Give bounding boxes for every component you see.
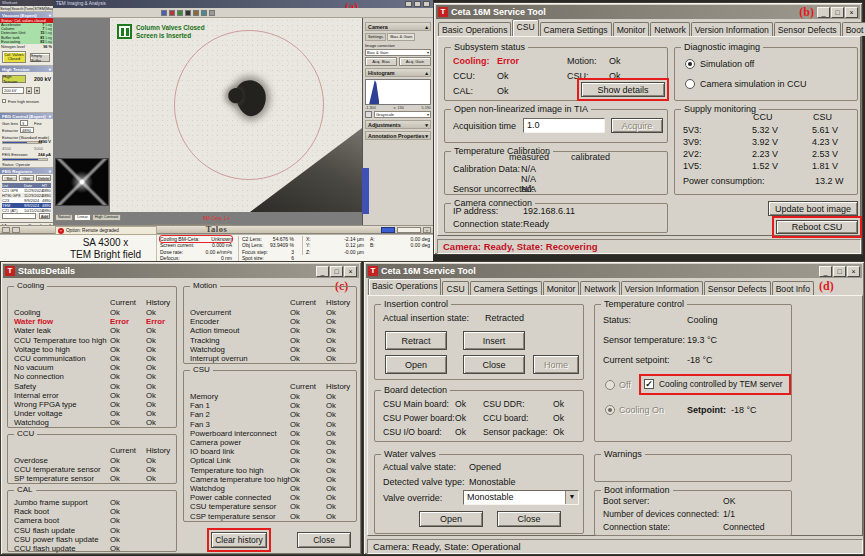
- tab[interactable]: Version Information: [691, 22, 773, 36]
- panel-scrollbar[interactable]: [362, 168, 369, 214]
- acquire-button[interactable]: Acquire: [611, 118, 663, 133]
- tab[interactable]: CSU: [512, 19, 538, 36]
- camera-tab[interactable]: Bias & Gain: [387, 33, 415, 41]
- fft-display-tab[interactable]: Linear: [74, 214, 91, 221]
- extractor-slider[interactable]: [2, 141, 42, 144]
- col-valves-closed-button[interactable]: Col. Valves Closed: [2, 51, 26, 63]
- close-icon[interactable]: ×: [344, 266, 357, 277]
- spinner-down-icon[interactable]: ▾: [34, 87, 40, 94]
- insert-button[interactable]: Insert: [463, 331, 525, 350]
- histogram-section-header[interactable]: Histogram▴: [365, 68, 431, 77]
- high-tension-dropdown[interactable]: 200 kV: [2, 87, 24, 94]
- open-button[interactable]: Open: [385, 355, 447, 374]
- show-details-button[interactable]: Show details: [581, 82, 665, 97]
- register-name-input[interactable]: [2, 213, 36, 219]
- valve-open-button[interactable]: Open: [419, 511, 483, 527]
- collapse-icon[interactable]: ▾: [49, 13, 51, 18]
- maximize-icon[interactable]: □: [831, 7, 844, 18]
- high-tension-button[interactable]: High Tension: [2, 75, 26, 83]
- titlebar[interactable]: T Ceta 16M Service Tool (b) _ □ ×: [436, 5, 860, 19]
- measure-tool-icon[interactable]: [177, 10, 183, 16]
- tab[interactable]: Sensor Defects: [704, 281, 771, 295]
- tab[interactable]: Boot Info: [842, 22, 865, 36]
- tab[interactable]: Camera Settings: [470, 281, 542, 295]
- camera-tab[interactable]: Settings: [365, 33, 386, 41]
- retract-button[interactable]: Retract: [385, 331, 447, 350]
- adjustments-section-header[interactable]: Adjustments▾: [365, 120, 431, 129]
- register-button[interactable]: Delete: [36, 175, 51, 181]
- empty-buffer-button[interactable]: Empty Buffer: [30, 53, 50, 62]
- annotate-tool-icon[interactable]: [193, 10, 199, 16]
- minimize-icon[interactable]: _: [405, 1, 412, 7]
- simulation-off-radio[interactable]: [685, 59, 695, 69]
- workset-tab[interactable]: STEM: [34, 6, 46, 11]
- gun-lens-value[interactable]: 3: [20, 120, 28, 126]
- acquisition-time-input[interactable]: 1.0: [523, 118, 605, 133]
- valve-close-button[interactable]: Close: [497, 511, 561, 527]
- palette-dropdown[interactable]: Grayscale▾: [374, 111, 431, 118]
- off-radio[interactable]: [605, 380, 615, 390]
- tab[interactable]: Camera Settings: [540, 22, 612, 36]
- free-ht-checkbox[interactable]: [2, 99, 6, 103]
- fft-display[interactable]: [55, 158, 109, 206]
- add-register-button[interactable]: Add: [39, 213, 50, 219]
- roi-tool-icon[interactable]: [169, 10, 175, 16]
- collapse-icon[interactable]: ▾: [49, 169, 51, 174]
- maximize-icon[interactable]: □: [414, 1, 421, 7]
- tab[interactable]: Monitor: [613, 22, 650, 36]
- tab[interactable]: Network: [650, 22, 690, 36]
- fft-display-tab[interactable]: Natural: [55, 214, 73, 221]
- collapse-icon[interactable]: ▾: [49, 114, 51, 119]
- cooling-controlled-checkbox[interactable]: ✓: [644, 379, 654, 389]
- tab[interactable]: Sensor Defects: [774, 22, 841, 36]
- tab[interactable]: Basic Operations: [438, 22, 511, 36]
- close-icon[interactable]: ×: [423, 1, 430, 7]
- workset-tab[interactable]: Setup: [0, 6, 11, 11]
- pointer-tool-icon[interactable]: [161, 10, 167, 16]
- zoom-tool-icon[interactable]: [201, 10, 207, 16]
- workset-tab[interactable]: Search: [11, 6, 24, 11]
- flap-close-icon[interactable]: ×: [423, 227, 431, 233]
- titlebar[interactable]: T StatusDetails _ □ ×: [3, 264, 359, 278]
- close-button[interactable]: Close: [297, 532, 351, 548]
- tab[interactable]: Boot Info: [772, 281, 814, 295]
- collapse-icon[interactable]: ▾: [49, 67, 51, 72]
- minimize-icon[interactable]: _: [316, 266, 329, 277]
- camera-section-header[interactable]: Camera▴: [365, 22, 431, 31]
- annotation-section-header[interactable]: Annotation Properties▾: [365, 131, 431, 140]
- valve-override-dropdown[interactable]: Monostable▼: [463, 490, 579, 505]
- close-icon[interactable]: ×: [847, 266, 860, 277]
- acq-bias-button[interactable]: Acq. Bias: [365, 57, 397, 66]
- image-correction-dropdown[interactable]: Bias & Gain▾: [365, 49, 431, 56]
- settings-tool-icon[interactable]: [209, 10, 215, 16]
- home-button[interactable]: Home: [533, 355, 579, 374]
- flap-dropdown[interactable]: [397, 227, 421, 233]
- workset-tab[interactable]: Tune: [25, 6, 35, 11]
- extractor-value[interactable]: 4890: [20, 127, 34, 133]
- close-button[interactable]: Close: [463, 355, 525, 374]
- clear-history-button[interactable]: Clear history: [211, 532, 267, 548]
- tab[interactable]: Version Information: [621, 281, 703, 295]
- acq-gain-button[interactable]: Acq. Gain: [399, 57, 431, 66]
- fft-display-tab[interactable]: High Contrast: [92, 214, 121, 221]
- minimize-icon[interactable]: _: [819, 266, 832, 277]
- maximize-icon[interactable]: □: [330, 266, 343, 277]
- cooling-on-radio[interactable]: [605, 405, 615, 415]
- camera-simulation-radio[interactable]: [685, 79, 695, 89]
- tab[interactable]: Monitor: [543, 281, 580, 295]
- titlebar[interactable]: T Ceta 16M Service Tool _ □ ×: [366, 264, 862, 278]
- fft-tool-icon[interactable]: [185, 10, 191, 16]
- spinner-up-icon[interactable]: ▴: [26, 87, 32, 94]
- tab[interactable]: CSU: [442, 281, 468, 295]
- minimize-icon[interactable]: _: [817, 7, 830, 18]
- reboot-csu-button[interactable]: Reboot CSU: [776, 220, 858, 234]
- tab[interactable]: Network: [580, 281, 620, 295]
- register-button[interactable]: Set: [2, 175, 17, 181]
- update-boot-image-button[interactable]: Update boot image: [768, 201, 858, 216]
- close-icon[interactable]: ×: [845, 7, 858, 18]
- fine-option[interactable]: Fine: [34, 121, 42, 126]
- chevron-down-icon[interactable]: ▼: [565, 491, 578, 504]
- tab[interactable]: Basic Operations: [368, 278, 441, 295]
- tem-image[interactable]: Column Valves ClosedScreen is Inserted: [110, 18, 362, 212]
- register-button[interactable]: Get: [19, 175, 34, 181]
